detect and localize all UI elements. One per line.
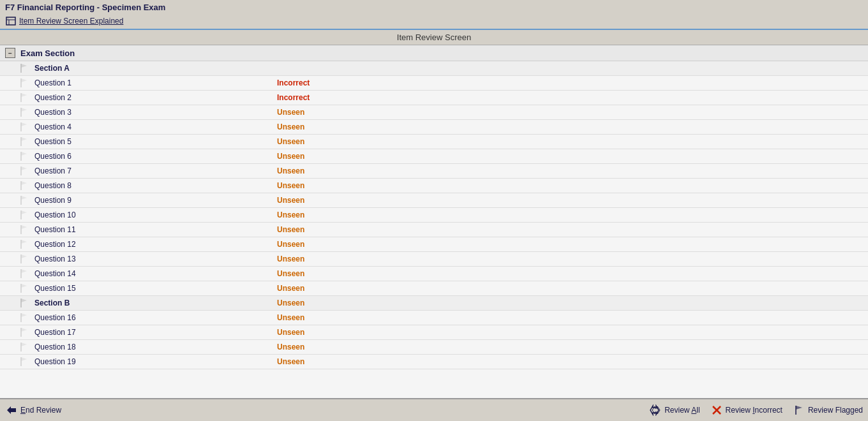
app-title: F7 Financial Reporting - Specimen Exam	[5, 3, 165, 12]
item-status: Unseen	[277, 166, 304, 175]
list-item[interactable]: Question 16 Unseen	[0, 311, 868, 325]
list-item[interactable]: Question 13 Unseen	[0, 252, 868, 267]
list-item[interactable]: Section B Unseen	[0, 296, 868, 311]
end-review-icon	[5, 404, 18, 417]
bottom-left: End Review	[5, 404, 61, 417]
list-item[interactable]: Question 15 Unseen	[0, 281, 868, 296]
review-flagged-label: Review Flagged	[808, 406, 863, 415]
list-item[interactable]: Question 18 Unseen	[0, 340, 868, 355]
item-status: Incorrect	[277, 78, 310, 87]
item-status: Unseen	[277, 211, 304, 219]
item-status: Unseen	[277, 240, 304, 249]
list-item[interactable]: Question 10 Unseen	[0, 208, 868, 223]
section-name: Section A	[34, 64, 277, 73]
title-bar: F7 Financial Reporting - Specimen Exam	[0, 0, 868, 15]
bottom-bar: End Review Review All Review Incorrect	[0, 398, 868, 421]
toolbar: i Item Review Screen Explained	[0, 15, 868, 30]
question-name: Question 1	[34, 78, 277, 87]
review-all-label: Review All	[664, 406, 700, 415]
review-flagged-icon	[793, 404, 805, 417]
section-name: Section B	[34, 299, 277, 307]
question-name: Question 3	[34, 108, 277, 117]
collapse-button[interactable]: −	[5, 48, 15, 58]
item-list[interactable]: Section A Question 1 Incorrect Question …	[0, 61, 868, 398]
question-name: Question 10	[34, 211, 277, 219]
item-status: Incorrect	[277, 93, 310, 102]
list-item[interactable]: Question 4 Unseen	[0, 120, 868, 135]
question-name: Question 18	[34, 343, 277, 351]
list-item[interactable]: Question 9 Unseen	[0, 193, 868, 208]
question-name: Question 5	[34, 137, 277, 146]
item-status: Unseen	[277, 343, 304, 351]
review-all-button[interactable]: Review All	[649, 404, 700, 417]
item-status: Unseen	[277, 225, 304, 234]
list-item[interactable]: Question 14 Unseen	[0, 267, 868, 281]
review-all-icon	[649, 404, 662, 417]
list-item[interactable]: Section A	[0, 61, 868, 76]
review-incorrect-button[interactable]: Review Incorrect	[710, 404, 782, 417]
list-item[interactable]: Question 19 Unseen	[0, 355, 868, 369]
question-name: Question 19	[34, 357, 277, 366]
item-status: Unseen	[277, 299, 304, 307]
end-review-button[interactable]: End Review	[5, 404, 61, 417]
item-status: Unseen	[277, 328, 304, 337]
item-status: Unseen	[277, 122, 304, 131]
list-item[interactable]: Question 11 Unseen	[0, 223, 868, 237]
list-item[interactable]: Question 1 Incorrect	[0, 76, 868, 91]
question-name: Question 7	[34, 166, 277, 175]
item-status: Unseen	[277, 108, 304, 117]
list-item[interactable]: Question 6 Unseen	[0, 149, 868, 164]
review-incorrect-label: Review Incorrect	[726, 406, 782, 415]
main-area: − Exam Section Section A Question 1 Inco…	[0, 45, 868, 398]
question-name: Question 4	[34, 122, 277, 131]
item-status: Unseen	[277, 152, 304, 161]
review-incorrect-icon	[710, 404, 723, 417]
list-item[interactable]: Question 8 Unseen	[0, 179, 868, 193]
question-name: Question 15	[34, 284, 277, 293]
question-name: Question 13	[34, 255, 277, 263]
center-label: Item Review Screen	[0, 30, 868, 45]
item-status: Unseen	[277, 255, 304, 263]
item-review-label: Item Review Screen Explained	[19, 17, 123, 26]
question-name: Question 14	[34, 269, 277, 278]
info-icon: i	[5, 16, 17, 26]
list-item[interactable]: Question 5 Unseen	[0, 135, 868, 149]
list-item[interactable]: Question 7 Unseen	[0, 164, 868, 179]
list-item[interactable]: Question 17 Unseen	[0, 325, 868, 340]
item-status: Unseen	[277, 196, 304, 205]
item-status: Unseen	[277, 313, 304, 322]
item-status: Unseen	[277, 269, 304, 278]
question-name: Question 12	[34, 240, 277, 249]
list-item[interactable]: Question 3 Unseen	[0, 105, 868, 120]
question-name: Question 8	[34, 181, 277, 190]
bottom-right: Review All Review Incorrect Review Flagg…	[649, 404, 863, 417]
question-name: Question 17	[34, 328, 277, 337]
svg-marker-4	[7, 406, 16, 414]
list-item[interactable]: Question 2 Incorrect	[0, 91, 868, 105]
question-name: Question 11	[34, 225, 277, 234]
list-item[interactable]: Question 12 Unseen	[0, 237, 868, 252]
end-review-label: End Review	[20, 406, 61, 415]
section-header: − Exam Section	[0, 45, 868, 61]
item-review-explained-button[interactable]: i Item Review Screen Explained	[5, 16, 123, 26]
item-status: Unseen	[277, 284, 304, 293]
question-name: Question 2	[34, 93, 277, 102]
item-status: Unseen	[277, 181, 304, 190]
question-name: Question 9	[34, 196, 277, 205]
question-name: Question 16	[34, 313, 277, 322]
review-flagged-button[interactable]: Review Flagged	[793, 404, 863, 417]
section-header-label: Exam Section	[20, 48, 75, 58]
question-name: Question 6	[34, 152, 277, 161]
item-status: Unseen	[277, 137, 304, 146]
item-status: Unseen	[277, 357, 304, 366]
